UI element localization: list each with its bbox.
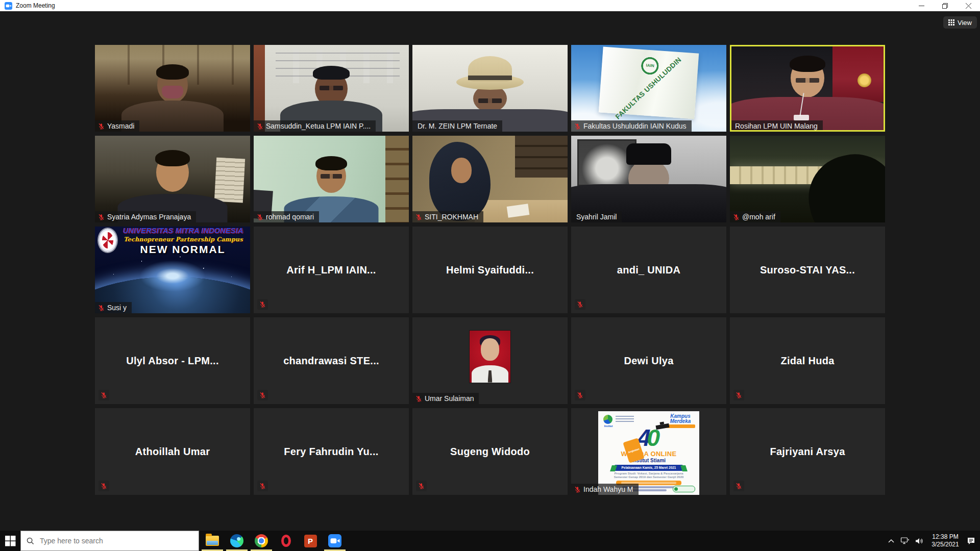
participant-tile[interactable]: Dewi Ulya bbox=[571, 317, 726, 404]
close-button[interactable] bbox=[957, 0, 980, 11]
participant-name-label: Samsuddin_Ketua LPM IAIN P.... bbox=[254, 120, 376, 132]
mic-muted-icon bbox=[733, 481, 744, 491]
tray-chevron-icon[interactable] bbox=[888, 538, 895, 544]
system-tray: 12:38 PM 3/25/2021 bbox=[888, 531, 980, 551]
mic-muted-icon bbox=[98, 122, 105, 130]
participant-name-label: Fakultas Ushuluddin IAIN Kudus bbox=[571, 120, 692, 132]
taskbar-clock[interactable]: 12:38 PM 3/25/2021 bbox=[929, 533, 961, 548]
participant-name-center: Helmi Syaifuddi... bbox=[412, 227, 568, 313]
participant-name-label: rohmad qomari bbox=[254, 211, 319, 222]
participant-name-label: Syatria Adymas Pranajaya bbox=[95, 211, 196, 222]
participant-tile[interactable]: Institut Kampus Merdeka 40 Angkatan WISU… bbox=[571, 408, 726, 495]
participant-tile[interactable]: Dr. M. ZEIN LPM Ternate bbox=[412, 45, 568, 132]
mic-muted-icon bbox=[575, 390, 585, 400]
video-feed bbox=[730, 136, 885, 222]
poster-detail2: Semester Genap 2019 dan Semester Ganjil … bbox=[598, 475, 699, 479]
participant-tile[interactable]: Fajriyani Arsya bbox=[730, 408, 885, 495]
zoom-icon[interactable] bbox=[323, 531, 347, 551]
person-face bbox=[451, 158, 472, 183]
participant-tile[interactable]: Yasmadi bbox=[95, 45, 250, 132]
graphic-line3: NEW NORMAL bbox=[115, 243, 250, 256]
participant-tile[interactable]: Syahril Jamil bbox=[571, 136, 726, 222]
participant-tile[interactable]: IAIN FAKULTAS USHULUDDIN Fakultas Ushulu… bbox=[571, 45, 726, 132]
window-controls bbox=[910, 0, 980, 11]
start-button[interactable] bbox=[0, 531, 20, 551]
volume-icon[interactable] bbox=[915, 537, 924, 545]
faculty-emblem: IAIN bbox=[640, 56, 659, 76]
participant-tile[interactable]: andi_ UNIDA bbox=[571, 227, 726, 313]
participant-name-center: Ulyl Absor - LPM... bbox=[95, 317, 250, 404]
participant-name: Syahril Jamil bbox=[576, 213, 617, 221]
participant-tile-active-speaker[interactable]: Rosihan LPM UIN Malang bbox=[730, 45, 885, 132]
poster-date-banner: Pelaksanaan Kamis, 25 Maret 2021 bbox=[615, 465, 683, 471]
participant-tile[interactable]: SITI_ROKHMAH bbox=[412, 136, 568, 222]
meeting-stage: View Yasmadi Samsudd bbox=[0, 11, 980, 531]
window-titlebar: Zoom Meeting bbox=[0, 0, 980, 11]
graphic-line1: UNIVERSITAS MITRA INDONESIA bbox=[117, 227, 249, 235]
participant-name: SITI_ROKHMAH bbox=[425, 213, 478, 221]
taskbar-search[interactable] bbox=[20, 531, 199, 551]
virtual-background: UNIVERSITAS MITRA INDONESIA Technopreneu… bbox=[95, 227, 250, 313]
peci-cap bbox=[626, 143, 671, 165]
participant-name-label: Indah Wahyu M bbox=[571, 484, 639, 495]
participant-name-label: Syahril Jamil bbox=[571, 211, 622, 222]
participant-name-center: Arif H_LPM IAIN... bbox=[254, 227, 409, 313]
participant-name: @moh arif bbox=[742, 213, 775, 221]
mic-muted-icon bbox=[257, 481, 268, 491]
participant-name-label: SITI_ROKHMAH bbox=[412, 211, 483, 222]
action-center-icon[interactable] bbox=[967, 537, 975, 545]
profile-photo bbox=[470, 331, 510, 383]
participant-name: Syatria Adymas Pranajaya bbox=[107, 213, 191, 221]
mic-muted-icon bbox=[99, 390, 109, 400]
chrome-icon[interactable] bbox=[249, 531, 274, 551]
mic-muted-icon bbox=[416, 481, 427, 491]
glasses bbox=[478, 98, 502, 103]
video-feed bbox=[95, 136, 250, 222]
search-input[interactable] bbox=[39, 536, 193, 545]
participant-tile[interactable]: UNIVERSITAS MITRA INDONESIA Technopreneu… bbox=[95, 227, 250, 313]
participant-tile[interactable]: chandrawasi STE... bbox=[254, 317, 409, 404]
person-face bbox=[481, 338, 499, 361]
network-icon[interactable] bbox=[900, 537, 910, 545]
participant-name: Rosihan LPM UIN Malang bbox=[735, 122, 818, 130]
participant-tile[interactable]: Samsuddin_Ketua LPM IAIN P.... bbox=[254, 45, 409, 132]
file-explorer-icon[interactable] bbox=[200, 531, 225, 551]
windows-taskbar: P 12:38 PM 3/25/2021 bbox=[0, 531, 980, 551]
participant-tile[interactable]: Syatria Adymas Pranajaya bbox=[95, 136, 250, 222]
participant-tile[interactable]: Athoillah Umar bbox=[95, 408, 250, 495]
participant-name-label: Rosihan LPM UIN Malang bbox=[730, 120, 823, 132]
mic-muted-icon bbox=[415, 213, 422, 221]
window-title: Zoom Meeting bbox=[16, 2, 55, 9]
participant-tile[interactable]: Suroso-STAI YAS... bbox=[730, 227, 885, 313]
view-button[interactable]: View bbox=[943, 16, 977, 29]
name-badge bbox=[794, 115, 809, 120]
video-feed bbox=[571, 136, 726, 222]
participant-tile[interactable]: Zidal Huda bbox=[730, 317, 885, 404]
minimize-button[interactable] bbox=[910, 0, 933, 11]
powerpoint-icon[interactable]: P bbox=[298, 531, 323, 551]
participant-tile[interactable]: Helmi Syaifuddi... bbox=[412, 227, 568, 313]
participant-tile[interactable]: rohmad qomari bbox=[254, 136, 409, 222]
edge-icon[interactable] bbox=[225, 531, 249, 551]
poster-detail1: Program Studi: Vokasi, Sarjana & Pascasa… bbox=[598, 472, 699, 475]
search-icon bbox=[27, 537, 34, 545]
participant-tile[interactable]: Fery Fahrudin Yu... bbox=[254, 408, 409, 495]
mic-muted-icon bbox=[99, 481, 109, 491]
mic-muted-icon bbox=[415, 395, 422, 403]
glasses bbox=[796, 78, 819, 83]
participant-tile[interactable]: @moh arif bbox=[730, 136, 885, 222]
gallery-grid-icon bbox=[948, 19, 954, 26]
participant-tile[interactable]: Arif H_LPM IAIN... bbox=[254, 227, 409, 313]
participant-name-center: Fery Fahrudin Yu... bbox=[254, 408, 409, 495]
lpm-logo bbox=[857, 73, 871, 87]
video-feed bbox=[95, 45, 250, 132]
participant-name: Samsuddin_Ketua LPM IAIN P.... bbox=[266, 122, 371, 130]
participant-name-center: Sugeng Widodo bbox=[412, 408, 568, 495]
mic-muted-icon bbox=[574, 122, 581, 130]
hat bbox=[468, 56, 512, 82]
participant-tile[interactable]: Sugeng Widodo bbox=[412, 408, 568, 495]
opera-icon[interactable] bbox=[274, 531, 298, 551]
participant-tile[interactable]: Umar Sulaiman bbox=[412, 317, 568, 404]
participant-tile[interactable]: Ulyl Absor - LPM... bbox=[95, 317, 250, 404]
restore-button[interactable] bbox=[933, 0, 957, 11]
